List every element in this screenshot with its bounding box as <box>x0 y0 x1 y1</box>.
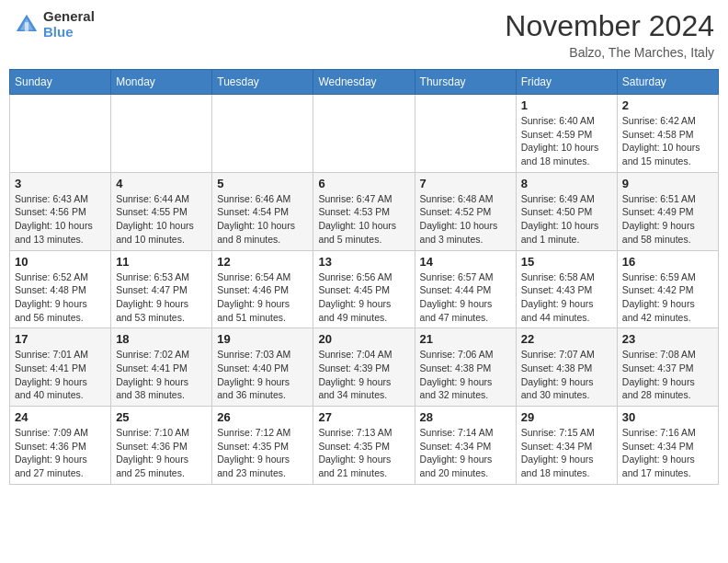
calendar-week-row: 10Sunrise: 6:52 AM Sunset: 4:48 PM Dayli… <box>10 250 719 328</box>
day-number: 1 <box>521 98 612 112</box>
calendar-week-row: 24Sunrise: 7:09 AM Sunset: 4:36 PM Dayli… <box>10 407 719 485</box>
weekday-header-row: SundayMondayTuesdayWednesdayThursdayFrid… <box>10 70 719 95</box>
day-info: Sunrise: 6:57 AM Sunset: 4:44 PM Dayligh… <box>420 270 511 325</box>
day-number: 12 <box>217 255 308 269</box>
day-info: Sunrise: 6:58 AM Sunset: 4:43 PM Dayligh… <box>521 270 612 325</box>
day-number: 24 <box>15 410 106 424</box>
day-info: Sunrise: 7:10 AM Sunset: 4:36 PM Dayligh… <box>116 426 207 480</box>
logo-blue: Blue <box>43 25 95 40</box>
day-number: 19 <box>217 332 308 346</box>
day-number: 20 <box>318 332 409 346</box>
day-number: 2 <box>622 98 713 112</box>
day-info: Sunrise: 6:59 AM Sunset: 4:42 PM Dayligh… <box>622 270 713 325</box>
day-info: Sunrise: 6:40 AM Sunset: 4:59 PM Dayligh… <box>521 114 612 168</box>
calendar-week-row: 1Sunrise: 6:40 AM Sunset: 4:59 PM Daylig… <box>10 95 719 173</box>
weekday-header-monday: Monday <box>111 70 212 95</box>
logo-general: General <box>43 9 95 25</box>
day-info: Sunrise: 7:03 AM Sunset: 4:40 PM Dayligh… <box>217 348 308 402</box>
calendar-cell: 5Sunrise: 6:46 AM Sunset: 4:54 PM Daylig… <box>212 172 313 250</box>
calendar-cell: 26Sunrise: 7:12 AM Sunset: 4:35 PM Dayli… <box>212 407 313 485</box>
day-info: Sunrise: 7:14 AM Sunset: 4:34 PM Dayligh… <box>420 426 511 480</box>
calendar-cell: 12Sunrise: 6:54 AM Sunset: 4:46 PM Dayli… <box>212 250 313 328</box>
day-number: 9 <box>622 177 713 190</box>
calendar-cell: 23Sunrise: 7:08 AM Sunset: 4:37 PM Dayli… <box>617 328 718 407</box>
day-info: Sunrise: 6:56 AM Sunset: 4:45 PM Dayligh… <box>318 270 409 325</box>
page-header: General Blue November 2024 Balzo, The Ma… <box>9 9 719 60</box>
calendar-cell <box>111 95 212 173</box>
location: Balzo, The Marches, Italy <box>505 45 714 60</box>
day-number: 30 <box>622 410 713 424</box>
calendar-cell <box>415 95 516 173</box>
day-info: Sunrise: 6:49 AM Sunset: 4:50 PM Dayligh… <box>521 192 612 247</box>
calendar-cell <box>10 95 111 173</box>
day-number: 13 <box>318 255 409 269</box>
day-info: Sunrise: 6:52 AM Sunset: 4:48 PM Dayligh… <box>15 270 106 325</box>
calendar-cell: 10Sunrise: 6:52 AM Sunset: 4:48 PM Dayli… <box>10 250 111 328</box>
day-info: Sunrise: 6:47 AM Sunset: 4:53 PM Dayligh… <box>318 192 409 247</box>
calendar-cell: 8Sunrise: 6:49 AM Sunset: 4:50 PM Daylig… <box>516 172 617 250</box>
day-info: Sunrise: 6:43 AM Sunset: 4:56 PM Dayligh… <box>15 192 106 247</box>
day-number: 3 <box>15 177 106 190</box>
calendar-cell: 11Sunrise: 6:53 AM Sunset: 4:47 PM Dayli… <box>111 250 212 328</box>
weekday-header-saturday: Saturday <box>617 70 718 95</box>
day-info: Sunrise: 6:44 AM Sunset: 4:55 PM Dayligh… <box>116 192 207 247</box>
calendar-cell: 9Sunrise: 6:51 AM Sunset: 4:49 PM Daylig… <box>617 172 718 250</box>
day-number: 28 <box>420 410 511 424</box>
day-info: Sunrise: 7:04 AM Sunset: 4:39 PM Dayligh… <box>318 348 409 402</box>
logo-icon <box>14 12 40 38</box>
calendar-cell: 18Sunrise: 7:02 AM Sunset: 4:41 PM Dayli… <box>111 328 212 407</box>
day-info: Sunrise: 7:16 AM Sunset: 4:34 PM Dayligh… <box>622 426 713 480</box>
day-info: Sunrise: 7:02 AM Sunset: 4:41 PM Dayligh… <box>116 348 207 402</box>
day-number: 11 <box>116 255 207 269</box>
calendar-table: SundayMondayTuesdayWednesdayThursdayFrid… <box>9 69 719 485</box>
calendar-cell <box>313 95 415 173</box>
day-number: 16 <box>622 255 713 269</box>
weekday-header-sunday: Sunday <box>10 70 111 95</box>
day-info: Sunrise: 6:51 AM Sunset: 4:49 PM Dayligh… <box>622 192 713 247</box>
day-info: Sunrise: 7:07 AM Sunset: 4:38 PM Dayligh… <box>521 348 612 402</box>
day-info: Sunrise: 7:12 AM Sunset: 4:35 PM Dayligh… <box>217 426 308 480</box>
calendar-cell: 2Sunrise: 6:42 AM Sunset: 4:58 PM Daylig… <box>617 95 718 173</box>
calendar-cell: 19Sunrise: 7:03 AM Sunset: 4:40 PM Dayli… <box>212 328 313 407</box>
day-info: Sunrise: 7:08 AM Sunset: 4:37 PM Dayligh… <box>622 348 713 402</box>
weekday-header-friday: Friday <box>516 70 617 95</box>
calendar-cell: 14Sunrise: 6:57 AM Sunset: 4:44 PM Dayli… <box>415 250 516 328</box>
day-number: 22 <box>521 332 612 346</box>
day-number: 15 <box>521 255 612 269</box>
day-info: Sunrise: 7:09 AM Sunset: 4:36 PM Dayligh… <box>15 426 106 480</box>
title-section: November 2024 Balzo, The Marches, Italy <box>505 9 714 60</box>
calendar-cell: 15Sunrise: 6:58 AM Sunset: 4:43 PM Dayli… <box>516 250 617 328</box>
day-number: 5 <box>217 177 308 190</box>
calendar-week-row: 17Sunrise: 7:01 AM Sunset: 4:41 PM Dayli… <box>10 328 719 407</box>
calendar-cell: 13Sunrise: 6:56 AM Sunset: 4:45 PM Dayli… <box>313 250 415 328</box>
calendar-cell: 27Sunrise: 7:13 AM Sunset: 4:35 PM Dayli… <box>313 407 415 485</box>
calendar-week-row: 3Sunrise: 6:43 AM Sunset: 4:56 PM Daylig… <box>10 172 719 250</box>
calendar-cell: 1Sunrise: 6:40 AM Sunset: 4:59 PM Daylig… <box>516 95 617 173</box>
day-number: 23 <box>622 332 713 346</box>
day-number: 4 <box>116 177 207 190</box>
day-number: 26 <box>217 410 308 424</box>
calendar-cell: 24Sunrise: 7:09 AM Sunset: 4:36 PM Dayli… <box>10 407 111 485</box>
month-title: November 2024 <box>505 9 714 43</box>
calendar-cell: 4Sunrise: 6:44 AM Sunset: 4:55 PM Daylig… <box>111 172 212 250</box>
calendar-cell: 7Sunrise: 6:48 AM Sunset: 4:52 PM Daylig… <box>415 172 516 250</box>
day-number: 7 <box>420 177 511 190</box>
svg-rect-2 <box>25 22 28 31</box>
weekday-header-thursday: Thursday <box>415 70 516 95</box>
day-number: 18 <box>116 332 207 346</box>
logo: General Blue <box>14 9 95 40</box>
day-number: 14 <box>420 255 511 269</box>
calendar-cell: 21Sunrise: 7:06 AM Sunset: 4:38 PM Dayli… <box>415 328 516 407</box>
day-info: Sunrise: 6:48 AM Sunset: 4:52 PM Dayligh… <box>420 192 511 247</box>
calendar-cell: 30Sunrise: 7:16 AM Sunset: 4:34 PM Dayli… <box>617 407 718 485</box>
day-number: 25 <box>116 410 207 424</box>
calendar-cell: 25Sunrise: 7:10 AM Sunset: 4:36 PM Dayli… <box>111 407 212 485</box>
calendar-cell: 17Sunrise: 7:01 AM Sunset: 4:41 PM Dayli… <box>10 328 111 407</box>
day-info: Sunrise: 6:46 AM Sunset: 4:54 PM Dayligh… <box>217 192 308 247</box>
calendar-cell <box>212 95 313 173</box>
calendar-cell: 29Sunrise: 7:15 AM Sunset: 4:34 PM Dayli… <box>516 407 617 485</box>
day-number: 21 <box>420 332 511 346</box>
weekday-header-tuesday: Tuesday <box>212 70 313 95</box>
day-info: Sunrise: 6:54 AM Sunset: 4:46 PM Dayligh… <box>217 270 308 325</box>
day-number: 17 <box>15 332 106 346</box>
